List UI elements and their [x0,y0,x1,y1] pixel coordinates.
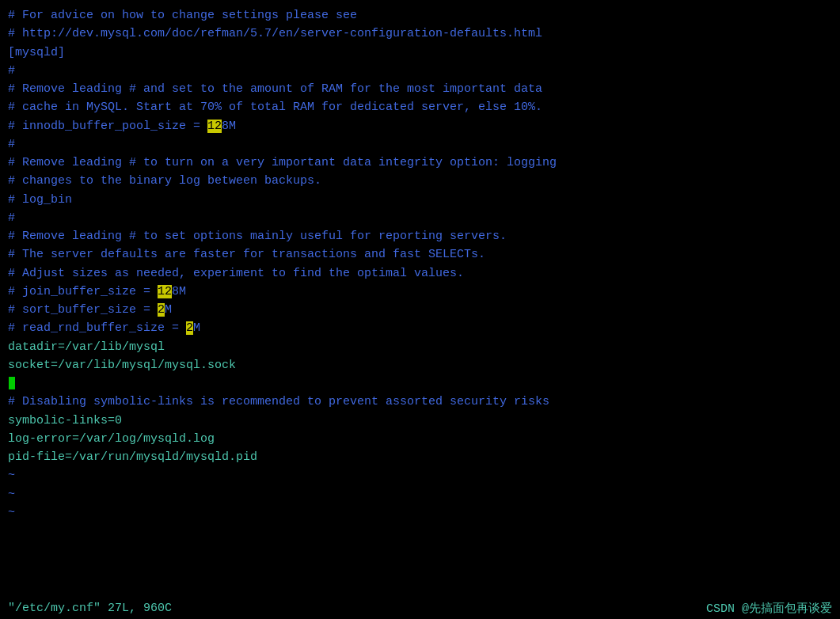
line: # join_buffer_size = 128M [8,283,832,301]
line: # Adjust sizes as needed, experiment to … [8,264,832,283]
line: ~ [8,503,832,522]
line: # Disabling symbolic-links is recommende… [8,393,832,411]
line: # cache in MySQL. Start at 70% of total … [8,98,832,116]
status-bar: "/etc/my.cnf" 27L, 960C CSDN @先搞面包再谈爱 [0,597,840,619]
line: datadir=/var/lib/mysql [8,338,832,356]
status-file-info: "/etc/my.cnf" 27L, 960C [8,602,172,615]
line [8,374,832,393]
line: # read_rnd_buffer_size = 2M [8,319,832,337]
line: symbolic-links=0 [8,412,832,430]
line: # sort_buffer_size = 2M [8,301,832,319]
text-cursor [9,377,15,389]
line: # changes to the binary log between back… [8,172,832,190]
status-author: CSDN @先搞面包再谈爱 [706,601,832,616]
line: # Remove leading # to turn on a very imp… [8,154,832,172]
line: # The server defaults are faster for tra… [8,245,832,264]
line: # Remove leading # to set options mainly… [8,227,832,245]
code-content: # For advice on how to change settings p… [8,6,832,522]
line: log-error=/var/log/mysqld.log [8,430,832,448]
line: # http://dev.mysql.com/doc/refman/5.7/en… [8,25,832,43]
line: # innodb_buffer_pool_size = 128M [8,117,832,135]
line: socket=/var/lib/mysql/mysql.sock [8,356,832,374]
line: # [8,135,832,154]
highlight: 12 [207,120,222,133]
line: [mysqld] [8,44,832,62]
highlight: 2 [186,321,193,335]
line: pid-file=/var/run/mysqld/mysqld.pid [8,448,832,466]
line: ~ [8,466,832,484]
highlight: 12 [158,285,172,298]
line: # [8,209,832,227]
line: # [8,62,832,80]
line: # Remove leading # and set to the amount… [8,80,832,98]
line: ~ [8,485,832,503]
line: # For advice on how to change settings p… [8,6,832,25]
line: # log_bin [8,191,832,209]
highlight: 2 [158,303,165,317]
editor: # For advice on how to change settings p… [0,0,840,619]
